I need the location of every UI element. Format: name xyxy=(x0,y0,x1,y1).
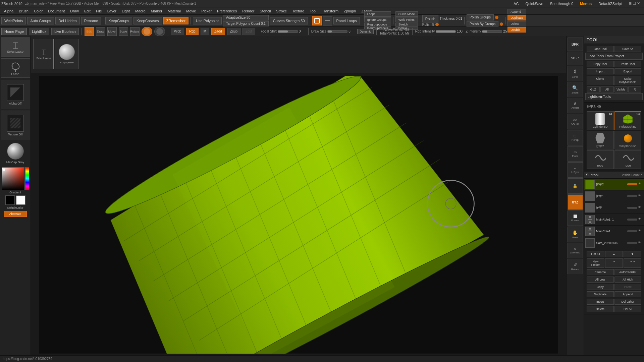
menus-btn[interactable]: Menus xyxy=(577,1,594,6)
zoom-btn[interactable]: 🔍 Zoom xyxy=(568,82,583,97)
subtool-cloth[interactable]: cloth_20200136 👁 xyxy=(584,237,644,249)
mainrole11-vis-bar[interactable] xyxy=(627,219,637,221)
select-lasso-thumb[interactable]: ⌶ SelectLasso xyxy=(34,39,54,69)
live-boolean-tab[interactable]: Live Boolean xyxy=(51,28,79,35)
all-btn[interactable]: All xyxy=(600,86,613,93)
insert-btn[interactable]: Insert xyxy=(587,299,614,305)
mainrole1-vis-bar[interactable] xyxy=(627,230,637,232)
menu-brush[interactable]: Brush xyxy=(16,8,31,14)
subtool-mainrole1[interactable]: MainRole1 👁 xyxy=(584,226,644,237)
bpr-btn[interactable]: BPR xyxy=(568,38,583,51)
curve-mode-btn[interactable]: Curve Mode xyxy=(395,11,418,17)
cloth-eye-btn[interactable]: 👁 xyxy=(638,241,643,245)
save-as-btn[interactable]: Save As xyxy=(614,46,642,52)
lock-btn[interactable]: 🔒 xyxy=(568,178,583,194)
brush-circle-icon[interactable] xyxy=(142,27,152,36)
load-tool-btn[interactable]: Load Tool xyxy=(587,46,614,52)
export-btn[interactable]: Export xyxy=(614,68,642,74)
copy-tool-btn[interactable]: Copy Tool xyxy=(587,61,614,67)
list-all-btn[interactable]: List All xyxy=(587,251,604,257)
rgb-btn[interactable]: Rgb xyxy=(186,28,198,35)
polish-dot[interactable] xyxy=(435,23,439,26)
polish-btn[interactable]: Polish xyxy=(422,15,438,22)
make-polymesh-btn[interactable]: Make PolyMesh3D xyxy=(614,76,642,85)
alternate-btn[interactable]: Alternate xyxy=(4,211,27,217)
polish-by-groups-btn[interactable]: Polish By Groups xyxy=(467,21,498,27)
del-all-btn[interactable]: Del All xyxy=(614,306,642,312)
hujia1-vis-bar[interactable] xyxy=(627,195,637,197)
rotate-v-btn[interactable]: ↺ Rotate xyxy=(568,259,583,274)
edit-btn[interactable]: Edit xyxy=(85,27,94,36)
scroll-btn[interactable]: ⇕ Scroll xyxy=(568,66,583,81)
polysphere-thumb[interactable]: PolySphere xyxy=(55,39,78,69)
hujia-vis-bar[interactable] xyxy=(627,207,637,209)
zremesher-btn[interactable]: ZRemesher xyxy=(163,17,189,24)
menu-alpha[interactable]: Alpha xyxy=(1,8,16,14)
scale-btn[interactable]: Scale xyxy=(119,27,128,36)
import-btn[interactable]: Import xyxy=(587,68,614,74)
del-hidden-btn[interactable]: Del Hidden xyxy=(55,17,79,24)
cloth-vis-bar[interactable] xyxy=(627,242,637,244)
ac-btn[interactable]: AC xyxy=(511,1,521,6)
frame-btn[interactable]: ⬜ Frame xyxy=(568,210,583,226)
panel-loops-btn[interactable]: Panel Loops xyxy=(333,17,360,24)
quicksave-btn[interactable]: QuickSave xyxy=(523,1,546,6)
menu-zplugin[interactable]: Zplugin xyxy=(341,8,359,14)
color-hue-picker[interactable] xyxy=(25,167,29,190)
brush-square-icon[interactable] xyxy=(154,27,165,36)
target-polygons-btn[interactable]: Target Polygons Count 0.1 xyxy=(223,21,269,26)
ignore-groups-btn[interactable]: Ignore Groups xyxy=(364,17,391,22)
zadd-btn[interactable]: Zadd xyxy=(211,28,225,35)
swatch-black[interactable] xyxy=(5,195,15,205)
clone-btn[interactable]: Clone xyxy=(587,76,614,85)
auto-groups-btn[interactable]: Auto Groups xyxy=(27,17,54,24)
zcut-btn[interactable]: Zcut xyxy=(243,28,255,35)
r-btn[interactable]: R xyxy=(628,86,641,93)
spix-btn[interactable]: SPix 3 xyxy=(568,52,583,65)
keep-groups-btn[interactable]: KeepGroups xyxy=(105,17,132,24)
menu-marker[interactable]: Marker xyxy=(148,8,165,14)
curves-strength-btn[interactable]: Curves Strength 50 xyxy=(270,17,308,24)
draw-size-slider[interactable]: Draw Size 8 xyxy=(311,29,356,33)
rename-btn[interactable]: Rename xyxy=(81,17,101,24)
hujia-eye-btn[interactable]: 👁 xyxy=(638,205,643,210)
rename-rp-btn[interactable]: Rename xyxy=(587,269,614,275)
down-btn[interactable]: ▼ xyxy=(624,251,641,257)
del-other-btn[interactable]: Del Other xyxy=(614,299,642,305)
append-toolbar-btn[interactable]: Append xyxy=(507,9,526,14)
folder-right2-btn[interactable]: →→ xyxy=(624,258,641,268)
adaptive-size-btn[interactable]: AdaptiveSize 50 xyxy=(223,15,269,20)
subtool-hujia[interactable]: 护甲 👁 xyxy=(584,202,644,214)
paste-tool-btn[interactable]: Paste Tool xyxy=(614,61,642,67)
alpha-off-btn[interactable]: Alpha Off xyxy=(1,80,30,109)
subtool-hujia1[interactable]: 护甲1 👁 xyxy=(584,190,644,202)
aahalf-btn[interactable]: AA AAHalf xyxy=(568,114,583,129)
subtool-hujia2[interactable]: 护甲2 👁 xyxy=(584,179,644,190)
duplicate-rp-btn[interactable]: Duplicate xyxy=(587,291,614,297)
duplicate-toolbar-btn[interactable]: Duplicate xyxy=(507,15,526,20)
menu-color[interactable]: Color xyxy=(31,8,45,14)
move-btn[interactable]: Move xyxy=(107,27,117,36)
delete-rp-btn[interactable]: Delete xyxy=(587,306,614,312)
xyz-btn[interactable]: XYZ xyxy=(568,194,583,210)
lasso-btn[interactable]: Lasso xyxy=(1,58,30,78)
mrgb-btn[interactable]: Mrgb xyxy=(171,28,184,35)
see-through-btn[interactable]: See-through 0 xyxy=(547,1,576,6)
rgb-intensity-slider[interactable]: Rgb Intensity 100 xyxy=(415,29,464,33)
load-tools-project-btn[interactable]: Load Tools From Project xyxy=(585,53,643,60)
regroup-loops-btn[interactable]: RegroupLoops xyxy=(364,23,391,26)
zsub-btn[interactable]: Zsub xyxy=(227,28,240,35)
menu-transform[interactable]: Transform xyxy=(319,8,341,14)
actual-btn[interactable]: A Actual xyxy=(568,98,583,113)
menu-texture[interactable]: Texture xyxy=(289,8,307,14)
menu-macro[interactable]: Macro xyxy=(132,8,148,14)
m-btn[interactable]: M xyxy=(201,28,209,35)
weld-points-btn[interactable]: Weld Points xyxy=(395,17,418,22)
menu-stroke[interactable]: Stroke xyxy=(273,8,289,14)
menu-layer[interactable]: Layer xyxy=(105,8,119,14)
hujia2-vis-bar[interactable] xyxy=(627,183,637,185)
polish-groups-dot[interactable] xyxy=(495,16,498,19)
stretch-btn[interactable]: Stretch xyxy=(395,23,418,26)
all-high-btn[interactable]: All High xyxy=(614,277,642,283)
folder-right-btn[interactable]: → xyxy=(605,258,623,268)
